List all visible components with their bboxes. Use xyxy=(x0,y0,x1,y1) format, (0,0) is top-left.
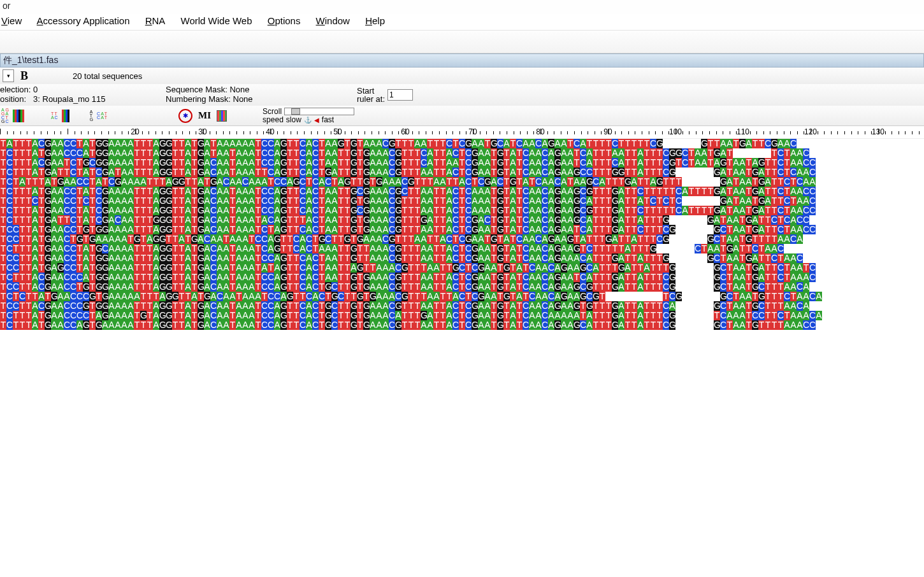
sequence-row[interactable]: TCTTTATGAACCCCTAGAAAATGTAGGTTATGACAATAAA… xyxy=(0,311,924,320)
sequence-row[interactable]: TATTTACGAACCTATGGAAAATTTAGGTTATGATAAAAAA… xyxy=(0,139,924,148)
ruler-label: 90 xyxy=(603,127,612,136)
start-ruler-label2: ruler at: xyxy=(357,95,385,103)
selection-value: 0 xyxy=(33,85,38,94)
color-strip2-icon[interactable] xyxy=(62,110,69,122)
sequence-row[interactable]: TCTCTTATGAACCCGTGAAAAATTTAGGTTATGACAATAA… xyxy=(0,292,924,301)
ruler-label: 100 xyxy=(669,127,682,136)
ruler-label: 30 xyxy=(198,127,206,136)
flag-icon[interactable]: ◀ xyxy=(314,116,319,124)
anchor-icon[interactable]: ⚓ xyxy=(304,116,312,124)
codon-icon[interactable]: CC AA TT xyxy=(97,112,107,120)
sequence-row[interactable]: TCCTTATGAACTGTGAAAAATGTAGGTTATGACAATAAAT… xyxy=(0,234,924,244)
sequence-row[interactable]: TCTTTACGAATCTGCGGAAAATTTAGGTTATGACAATAAA… xyxy=(0,158,924,167)
menu-help[interactable]: Help xyxy=(365,15,385,26)
translate-icon[interactable]: ATG xyxy=(90,110,93,122)
menu-rna[interactable]: RNA xyxy=(145,15,166,26)
menu-accessory[interactable]: Accessory Application xyxy=(37,15,130,26)
sequence-toolbar: ▾ B 20 total sequences xyxy=(0,68,924,84)
speed-label: speed xyxy=(263,116,284,124)
sequence-row[interactable]: TCTTTATGAACCAGTGAAAAATTTAGGTTATGACAATAAA… xyxy=(0,320,924,330)
ruler-label: 130 xyxy=(872,127,884,136)
alignment-view[interactable]: TATTTACGAACCTATGGAAAATTTAGGTTATGATAAAAAA… xyxy=(0,139,924,330)
position-value: 3: Roupala_mo 115 xyxy=(33,94,105,104)
ruler-label: 120 xyxy=(804,127,817,136)
ruler-label: 50 xyxy=(333,127,342,136)
sequence-row[interactable]: TCTTTCTGAACCTCTCGAAAATTTAGGTTATGACAATAAA… xyxy=(0,196,924,206)
main-toolbar xyxy=(0,31,924,53)
sequence-row[interactable]: TCTTTATGAACCTATGCAAAATTTAGGTTATGACAATAAA… xyxy=(0,244,924,253)
window-title: or xyxy=(0,0,924,14)
sequence-row[interactable]: TCCTTACGAACCCGTGGAAAATTTAGGTTATGACAATAAA… xyxy=(0,301,924,311)
scroll-label: Scroll xyxy=(263,108,282,116)
sequence-row[interactable]: TCTTTATGAACCTATCGAAAATTTAGGTTATGACAATAAA… xyxy=(0,206,924,215)
position-ruler: 203040506070809010011012013014 xyxy=(0,126,924,139)
mi-button[interactable]: MI xyxy=(196,108,213,124)
ruler-label: 60 xyxy=(401,127,409,136)
menu-window[interactable]: Window xyxy=(316,15,350,26)
total-sequences: 20 total sequences xyxy=(73,71,142,81)
document-path: 件_1\test1.fas xyxy=(0,53,924,68)
font-dropdown[interactable]: ▾ xyxy=(3,69,14,82)
sequence-row[interactable]: TCTTTACGAACCCATGGAAAATTTAGGTTATGACAATAAA… xyxy=(0,273,924,282)
sequence-row[interactable]: TCCTTATGAACCTGTGGAAAATTTAGGTTATGACAATAAA… xyxy=(0,225,924,234)
sequence-row[interactable]: TCTTTATGAACCCATGGAAAATTTAGGTTATGATAATAAA… xyxy=(0,148,924,158)
sequence-row[interactable]: TCCTTATGAACCTATGGAAAATTTAGGTTATGACAATAAA… xyxy=(0,253,924,263)
num-mask-value: None xyxy=(233,94,253,104)
scroll-speed-slider[interactable] xyxy=(284,108,354,115)
ruler-label: 70 xyxy=(468,127,477,136)
ruler-label: 80 xyxy=(536,127,544,136)
ruler-label: 110 xyxy=(737,127,749,136)
sequence-row[interactable]: TCTATTTATGAACCTATCGAAAATTTAGGTTATGACAACA… xyxy=(0,177,924,187)
sequence-row[interactable]: TCTTTATGAACCTATCGAAAATTTAGGTTATGACAATAAA… xyxy=(0,187,924,196)
matrix-icon[interactable] xyxy=(217,110,227,122)
sequence-row[interactable]: TCCTTATGAGCCTATGGAAAATTTAGGTTATGACAATAAA… xyxy=(0,263,924,273)
seq-mask-label: Sequence Mask: xyxy=(166,85,227,94)
alignment-toolbar: AGCG GATC TA TC ATG CC AA TT ✱ MI Scroll… xyxy=(0,106,924,126)
menu-bar: View Accessory Application RNA World Wid… xyxy=(0,14,924,31)
selection-label: election: xyxy=(0,85,31,94)
ruler-label: 40 xyxy=(266,127,274,136)
status-row: election: 0 osition: 3: Roupala_mo 115 S… xyxy=(0,84,924,106)
ruler-label: 20 xyxy=(131,127,139,136)
color-strip-icon[interactable] xyxy=(13,110,24,122)
slow-label: slow xyxy=(286,116,301,124)
menu-view[interactable]: View xyxy=(1,15,22,26)
bold-toggle[interactable]: B xyxy=(20,69,28,83)
motif-icon[interactable]: TA TC xyxy=(51,112,58,120)
sequence-logo-icon[interactable]: AGCG GATC xyxy=(1,108,9,124)
pie-icon[interactable]: ✱ xyxy=(178,109,192,123)
sequence-row[interactable]: TCCTTACGAACCTGTGGAAAATTTAGGTTATGACAATAAA… xyxy=(0,282,924,292)
position-label: osition: xyxy=(0,94,26,104)
start-ruler-input[interactable] xyxy=(387,89,413,101)
menu-options[interactable]: Options xyxy=(268,15,301,26)
menu-www[interactable]: World Wide Web xyxy=(181,15,252,26)
fast-label: fast xyxy=(322,116,334,124)
seq-mask-value: None xyxy=(229,85,249,94)
sequence-row[interactable]: TCTTTATGATTCTATCGATAATTTAGGTTATGACAATAAA… xyxy=(0,167,924,177)
num-mask-label: Numbering Mask: xyxy=(166,94,231,104)
sequence-row[interactable]: TCTTTATGATTCTATCGACAATTTGGGTTATGACAATAAA… xyxy=(0,215,924,225)
